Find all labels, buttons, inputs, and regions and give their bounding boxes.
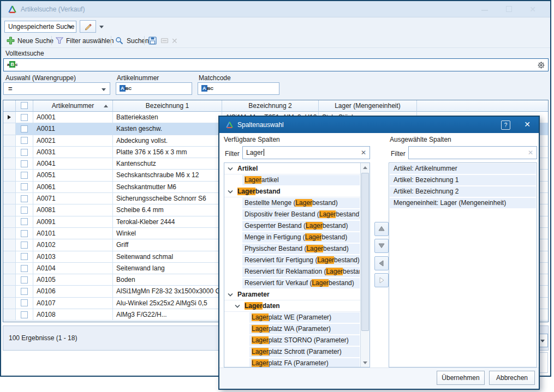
header-artikelnummer[interactable]: Artikelnummer (33, 100, 113, 112)
row-checkbox-cell[interactable] (16, 286, 33, 297)
row-checkbox-cell[interactable] (16, 193, 33, 204)
tree-item-label[interactable]: Lagerplatz STORNO (Parameter) (249, 335, 360, 346)
row-checkbox-cell[interactable] (16, 147, 33, 158)
row-checkbox[interactable] (21, 114, 28, 121)
row-checkbox-cell[interactable] (16, 170, 33, 181)
cancel-button[interactable]: Abbrechen (489, 371, 535, 385)
tree-item[interactable]: Lagerplatz WE (Parameter) (224, 312, 360, 323)
tree-item[interactable]: Menge in Fertigung (Lagerbestand) (224, 232, 360, 243)
tree-scrollbar[interactable] (360, 163, 370, 367)
row-checkbox-cell[interactable] (16, 274, 33, 286)
row-checkbox[interactable] (21, 311, 28, 318)
tree-item-label[interactable]: Lagerplatz WA (Parameter) (249, 324, 360, 334)
row-checkbox[interactable] (21, 149, 28, 156)
saved-search-combo[interactable]: Ungespeicherte Suche (4, 21, 76, 33)
row-checkbox-cell[interactable] (16, 298, 33, 309)
tree-item[interactable]: Reserviert für Verkauf (Lagerbestand) (224, 278, 360, 289)
new-search-button[interactable]: Neue Suche (7, 34, 53, 47)
save-search-button[interactable] (148, 34, 157, 47)
tree-item-label[interactable]: Reserviert für Reklamation (Lagerbestand… (242, 267, 360, 277)
row-checkbox[interactable] (21, 242, 28, 249)
row-checkbox[interactable] (21, 137, 28, 144)
edit-saved-search-button[interactable] (160, 34, 169, 47)
available-filter-input[interactable]: Lager ✕ (242, 146, 370, 159)
artikelnummer-input[interactable]: ABC (116, 82, 192, 95)
chevron-down-icon[interactable] (228, 292, 233, 297)
remove-column-button[interactable] (374, 273, 389, 287)
row-checkbox[interactable] (21, 207, 28, 214)
row-checkbox-cell[interactable] (16, 216, 33, 228)
select-all-checkbox[interactable] (21, 102, 28, 109)
selected-filter-input[interactable]: ✕ (408, 146, 537, 159)
row-checkbox[interactable] (21, 183, 28, 190)
warengruppe-combo[interactable]: = (3, 82, 110, 95)
row-checkbox-cell[interactable] (16, 263, 33, 274)
edit-search-dropdown-icon[interactable] (99, 26, 104, 28)
tree-item-label[interactable]: Physischer Bestand (Lagerbestand) (242, 244, 360, 254)
tree-group[interactable]: Lagerdaten (224, 300, 360, 312)
tree-item-label[interactable]: Lagerplatz WE (Parameter) (249, 312, 360, 323)
scroll-down-button[interactable] (361, 358, 370, 367)
selected-column-item[interactable]: Mengeneinheit: Lager (Mengeneinheit) (389, 197, 537, 209)
row-checkbox[interactable] (21, 299, 28, 306)
chevron-down-icon[interactable] (228, 189, 233, 194)
add-column-button[interactable] (374, 256, 389, 270)
tree-item[interactable]: Lagerplatz WA (Parameter) (224, 323, 360, 335)
tree-item[interactable]: Bestellte Menge (Lagerbestand) (224, 197, 360, 209)
tree-item-label[interactable]: Lagerplatz Schrott (Parameter) (249, 347, 360, 357)
choose-filter-button[interactable]: Filter auswählen (56, 34, 114, 47)
tree-item-label[interactable]: Bestellte Menge (Lagerbestand) (242, 198, 360, 208)
tree-item-label[interactable]: Gesperrter Bestand (Lagerbestand) (242, 221, 360, 231)
tree-item[interactable]: Dispositiv freier Bestand (Lagerbestand) (224, 209, 360, 220)
tree-group[interactable]: Lagerbestand (224, 186, 360, 197)
tree-item-label[interactable]: Menge in Fertigung (Lagerbestand) (242, 232, 360, 243)
tree-item-label[interactable]: Reserviert für Verkauf (Lagerbestand) (242, 278, 360, 288)
selected-column-item[interactable]: Artikel: Artikelnummer (389, 163, 537, 174)
row-checkbox[interactable] (21, 276, 28, 284)
chevron-down-icon[interactable] (228, 166, 233, 171)
tree-group[interactable]: Artikel (224, 163, 360, 174)
row-checkbox[interactable] (21, 195, 28, 202)
delete-search-button[interactable]: ✕ (171, 34, 178, 47)
gear-icon[interactable] (537, 61, 545, 71)
tree-item[interactable]: Lagerartikel (224, 174, 360, 186)
tree-item[interactable]: Physischer Bestand (Lagerbestand) (224, 243, 360, 255)
selected-column-item[interactable]: Artikel: Bezeichnung 2 (389, 186, 537, 197)
edit-search-button[interactable] (80, 20, 96, 33)
row-checkbox[interactable] (21, 218, 28, 225)
move-up-button[interactable] (374, 222, 389, 236)
row-checkbox[interactable] (21, 288, 28, 295)
maximize-button[interactable] (497, 1, 521, 17)
tree-item[interactable]: Lagerplatz STORNO (Parameter) (224, 335, 360, 346)
row-checkbox-cell[interactable] (16, 135, 33, 147)
clear-filter-icon[interactable]: ✕ (361, 149, 366, 156)
tree-item[interactable]: Reserviert für Reklamation (Lagerbestand… (224, 266, 360, 278)
row-checkbox-cell[interactable] (16, 239, 33, 251)
row-checkbox[interactable] (21, 125, 28, 132)
tree-item-label[interactable]: Lagerplatz FA (Parameter) (249, 358, 360, 367)
tree-item[interactable]: Lagerplatz Schrott (Parameter) (224, 346, 360, 358)
header-bezeichnung1[interactable]: Bezeichnung 1 (113, 100, 222, 112)
row-checkbox-cell[interactable] (16, 182, 33, 193)
scrollbar-thumb[interactable] (361, 173, 369, 331)
matchcode-input[interactable]: ABC (198, 82, 279, 95)
row-checkbox[interactable] (21, 160, 28, 167)
row-checkbox[interactable] (21, 172, 28, 179)
selected-column-item[interactable]: Artikel: Bezeichnung 1 (389, 174, 537, 186)
row-checkbox-cell[interactable] (16, 228, 33, 239)
chevron-down-icon[interactable] (235, 304, 240, 309)
row-checkbox-cell[interactable] (16, 309, 33, 321)
row-checkbox-cell[interactable] (16, 251, 33, 263)
row-checkbox-cell[interactable] (16, 123, 33, 135)
header-select-all[interactable] (16, 100, 33, 112)
row-checkbox[interactable] (21, 230, 28, 237)
row-checkbox[interactable] (21, 265, 28, 272)
tree-item-label[interactable]: Reserviert für Fertigung (Lagerbestand) (242, 255, 360, 266)
header-bezeichnung2[interactable]: Bezeichnung 2 (222, 100, 319, 112)
minimize-button[interactable] (473, 1, 497, 17)
help-button[interactable]: ? (501, 120, 510, 130)
fulltext-input[interactable]: aBc (3, 58, 549, 71)
row-checkbox-cell[interactable] (16, 204, 33, 216)
tree-item-label[interactable]: Dispositiv freier Bestand (Lagerbestand) (242, 209, 360, 220)
tree-item-label[interactable]: Lagerartikel (242, 175, 360, 185)
